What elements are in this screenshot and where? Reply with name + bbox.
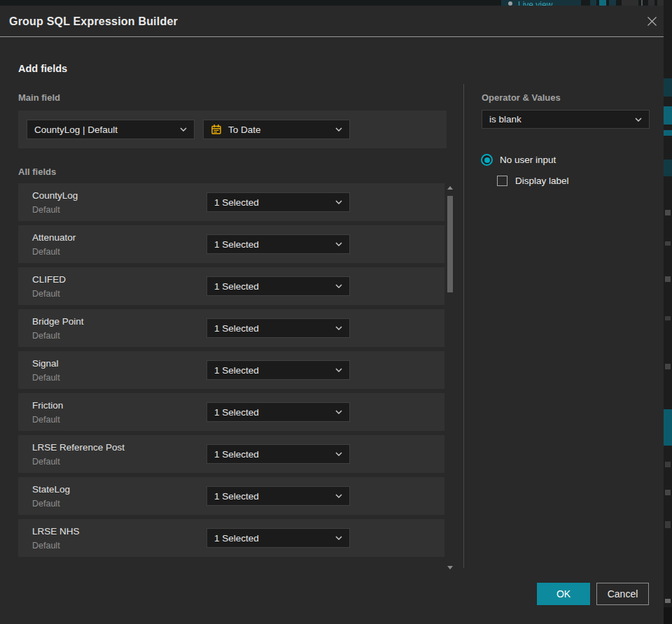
background-app-fragment: [665, 462, 671, 467]
field-source: Default: [32, 289, 60, 299]
field-values-select[interactable]: 1 Selected: [206, 528, 350, 548]
field-type-select[interactable]: To Date: [203, 120, 350, 139]
field-row: LRSE NHSDefault1 Selected: [18, 519, 444, 557]
field-name: LRSE NHS: [32, 526, 80, 537]
field-values-select[interactable]: 1 Selected: [206, 360, 350, 380]
main-field-select[interactable]: CountyLog | Default: [27, 120, 195, 139]
selected-count: 1 Selected: [214, 281, 259, 292]
background-app-fragment: [648, 0, 654, 6]
background-app-fragment: [664, 409, 672, 446]
field-name: LRSE Reference Post: [32, 442, 125, 453]
chevron-down-icon: [335, 284, 342, 288]
field-values-select[interactable]: 1 Selected: [206, 444, 350, 464]
chevron-down-icon: [335, 368, 342, 372]
field-values-select[interactable]: 1 Selected: [206, 192, 350, 212]
background-app-fragment: [665, 364, 671, 369]
selected-count: 1 Selected: [214, 365, 259, 376]
background-app-fragment: [665, 241, 671, 246]
display-label-text: Display label: [515, 176, 569, 186]
selected-count: 1 Selected: [214, 197, 259, 208]
background-app-sidebar: [664, 0, 672, 624]
background-app-fragment: [665, 490, 671, 495]
background-app-fragment: [664, 159, 672, 176]
background-app-fragment: [665, 210, 671, 215]
chevron-down-icon: [180, 127, 187, 132]
no-user-input-label: No user input: [500, 155, 556, 165]
background-app-fragment: [665, 276, 671, 282]
field-row: StateLogDefault1 Selected: [18, 477, 444, 515]
field-values-select[interactable]: 1 Selected: [206, 318, 350, 338]
operator-select[interactable]: is blank: [482, 110, 650, 129]
background-app-fragment: [664, 607, 672, 624]
field-source: Default: [32, 373, 60, 383]
background-app-fragment: [590, 0, 596, 6]
background-app-fragment: [665, 521, 671, 528]
live-view-label: Live view: [518, 0, 552, 6]
background-app-topbar: Live view: [0, 0, 672, 6]
field-row: LRSE Reference PostDefault1 Selected: [18, 435, 444, 473]
field-values-select[interactable]: 1 Selected: [206, 402, 350, 422]
field-source: Default: [32, 457, 60, 467]
field-values-select[interactable]: 1 Selected: [206, 276, 350, 296]
scrollbar-thumb[interactable]: [447, 196, 453, 292]
background-app-fragment: [664, 78, 672, 97]
field-source: Default: [32, 499, 60, 509]
all-fields-list: CountyLogDefault1 SelectedAttenuatorDefa…: [18, 183, 444, 561]
background-app-fragment: [609, 0, 616, 6]
scroll-up-arrow-icon[interactable]: [447, 186, 453, 190]
field-source: Default: [32, 415, 60, 425]
selected-count: 1 Selected: [214, 239, 259, 250]
chevron-down-icon: [335, 452, 342, 456]
background-app-fragment: [599, 0, 606, 6]
chevron-down-icon: [335, 200, 342, 204]
chevron-down-icon: [335, 410, 342, 414]
main-field-label: Main field: [18, 92, 60, 103]
background-app-fragment: [622, 0, 638, 6]
field-row: AttenuatorDefault1 Selected: [18, 225, 444, 263]
field-source: Default: [32, 247, 60, 257]
operator-values-label: Operator & Values: [482, 92, 561, 103]
field-type-select-value: To Date: [228, 125, 261, 135]
panel-divider: [463, 84, 464, 568]
field-name: CountyLog: [32, 190, 78, 201]
field-row: Bridge PointDefault1 Selected: [18, 309, 444, 347]
radio-selected-icon: [481, 154, 493, 166]
background-app-fragment: [657, 0, 664, 6]
background-app-fragment: [665, 316, 671, 320]
no-user-input-radio[interactable]: No user input: [481, 154, 556, 166]
all-fields-label: All fields: [18, 166, 56, 177]
background-app-fragment: [664, 106, 672, 125]
field-values-select[interactable]: 1 Selected: [206, 234, 350, 254]
chevron-down-icon: [335, 494, 342, 498]
background-app-fragment: [665, 599, 671, 603]
chevron-down-icon: [335, 127, 342, 132]
field-name: Bridge Point: [32, 316, 84, 327]
field-source: Default: [32, 331, 60, 341]
scroll-down-arrow-icon[interactable]: [447, 566, 453, 569]
selected-count: 1 Selected: [214, 533, 259, 544]
selected-count: 1 Selected: [214, 407, 259, 418]
background-app-fragment: [664, 130, 672, 136]
display-label-checkbox[interactable]: Display label: [497, 176, 569, 186]
live-view-button[interactable]: Live view: [501, 0, 581, 6]
close-button[interactable]: [645, 15, 659, 29]
main-field-select-value: CountyLog | Default: [34, 125, 118, 135]
dialog-titlebar: Group SQL Expression Builder: [0, 6, 664, 37]
chevron-down-icon: [335, 536, 342, 540]
field-name: Signal: [32, 358, 59, 369]
chevron-down-icon: [635, 118, 642, 122]
field-name: Friction: [32, 400, 63, 411]
field-source: Default: [32, 205, 60, 215]
field-row: CountyLogDefault1 Selected: [18, 183, 444, 221]
field-values-select[interactable]: 1 Selected: [206, 486, 350, 506]
field-name: Attenuator: [32, 232, 76, 243]
scrollbar[interactable]: [447, 183, 454, 571]
field-row: CLIFEDDefault1 Selected: [18, 267, 444, 305]
main-field-container: CountyLog | Default To Date: [18, 111, 447, 148]
cancel-button[interactable]: Cancel: [596, 583, 649, 605]
background-app-fragment: [641, 0, 643, 6]
dialog-title: Group SQL Expression Builder: [9, 6, 178, 37]
checkbox-unchecked-icon: [497, 176, 507, 186]
chevron-down-icon: [335, 326, 342, 330]
ok-button[interactable]: OK: [537, 583, 590, 605]
